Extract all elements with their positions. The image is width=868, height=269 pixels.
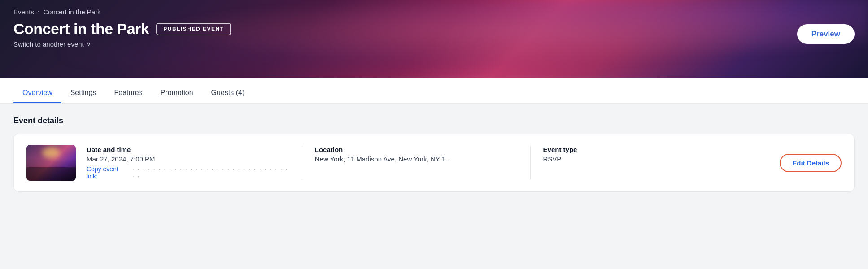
thumbnail-people <box>26 158 76 181</box>
breadcrumb: Events › Concert in the Park <box>13 8 855 16</box>
event-thumbnail <box>26 145 76 181</box>
date-value: Mar 27, 2024, 7:00 PM <box>87 155 289 163</box>
edit-details-button[interactable]: Edit Details <box>780 154 842 172</box>
header-title-row: Concert in the Park PUBLISHED EVENT <box>13 20 231 38</box>
tab-settings[interactable]: Settings <box>61 82 105 103</box>
header-content: Events › Concert in the Park Concert in … <box>13 8 855 48</box>
published-badge: PUBLISHED EVENT <box>156 23 231 35</box>
header-left: Concert in the Park PUBLISHED EVENT Swit… <box>13 20 231 48</box>
tab-features[interactable]: Features <box>105 82 152 103</box>
preview-button[interactable]: Preview <box>797 24 855 44</box>
date-time-section: Date and time Mar 27, 2024, 7:00 PM Copy… <box>87 146 302 180</box>
location-section: Location New York, 11 Madison Ave, New Y… <box>302 146 531 180</box>
event-info-sections: Date and time Mar 27, 2024, 7:00 PM Copy… <box>87 146 758 180</box>
header-main-row: Concert in the Park PUBLISHED EVENT Swit… <box>13 20 855 48</box>
main-content: Event details Date and time Mar 27, 2024… <box>0 104 868 269</box>
tab-guests[interactable]: Guests (4) <box>202 82 254 103</box>
event-type-label: Event type <box>543 146 746 153</box>
copy-link-url: · · · · · · · · · · · · · · · · · · · · … <box>132 165 289 180</box>
location-label: Location <box>315 146 518 153</box>
header-banner: Events › Concert in the Park Concert in … <box>0 0 868 78</box>
event-type-value: RSVP <box>543 155 746 163</box>
copy-event-link-row: Copy event link: · · · · · · · · · · · ·… <box>87 165 289 180</box>
tab-promotion[interactable]: Promotion <box>152 82 202 103</box>
event-details-card: Date and time Mar 27, 2024, 7:00 PM Copy… <box>13 134 855 192</box>
thumbnail-light-effect <box>42 147 60 158</box>
event-type-section: Event type RSVP <box>531 146 759 180</box>
breadcrumb-current: Concert in the Park <box>43 8 100 16</box>
location-value: New York, 11 Madison Ave, New York, NY 1… <box>315 155 518 163</box>
switch-event-label: Switch to another event <box>13 40 84 48</box>
breadcrumb-events-link[interactable]: Events <box>13 8 34 16</box>
tab-overview[interactable]: Overview <box>13 82 61 103</box>
event-details-title: Event details <box>13 116 855 126</box>
date-label: Date and time <box>87 146 289 153</box>
breadcrumb-chevron-icon: › <box>38 9 39 15</box>
switch-event-button[interactable]: Switch to another event ∨ <box>13 40 231 48</box>
event-title: Concert in the Park <box>13 20 149 38</box>
tabs-container: Overview Settings Features Promotion Gue… <box>0 78 868 104</box>
copy-link-button[interactable]: Copy event link: <box>87 165 129 180</box>
switch-event-chevron-icon: ∨ <box>87 41 91 48</box>
